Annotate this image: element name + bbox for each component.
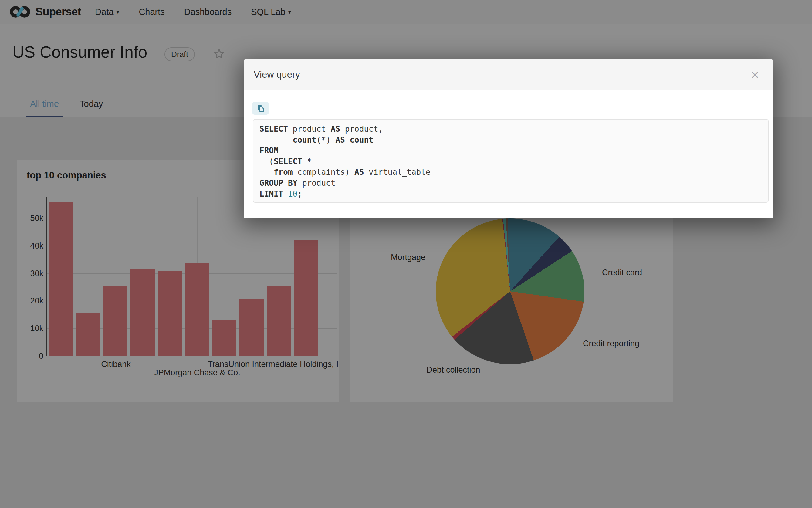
y-axis-tick-label: 0 — [16, 351, 43, 361]
nav-item-charts[interactable]: Charts — [139, 7, 165, 17]
top-navbar: Superset Data▾ChartsDashboardsSQL Lab▾ — [0, 0, 812, 24]
bar-2[interactable] — [76, 313, 100, 356]
y-axis-tick-label: 20k — [16, 296, 43, 306]
view-query-modal: View query ✕ SELECT product AS product, … — [244, 59, 773, 218]
gridline — [47, 246, 337, 246]
pie-slice-label-mortgage: Mortgage — [391, 253, 425, 262]
bar-chart-title: top 10 companies — [27, 170, 106, 181]
pie-slice-label-debt-collection: Debt collection — [426, 365, 480, 375]
bar-10[interactable] — [294, 240, 318, 356]
y-axis-tick-label: 10k — [16, 324, 43, 333]
bar-6[interactable] — [185, 263, 209, 356]
favorite-star-icon[interactable] — [213, 48, 225, 60]
chevron-down-icon: ▾ — [288, 9, 291, 15]
modal-title: View query — [254, 69, 300, 80]
draft-status-badge: Draft — [165, 47, 195, 61]
bar-chart-plot: 010k20k30k40k50kCitibankJPMorgan Chase &… — [46, 197, 337, 356]
sql-query-box: SELECT product AS product, count(*) AS c… — [253, 119, 769, 203]
superset-brand[interactable]: Superset — [8, 5, 81, 19]
bar-3[interactable] — [103, 286, 127, 356]
superset-dashboard-screen: Superset Data▾ChartsDashboardsSQL Lab▾ U… — [0, 0, 812, 508]
x-axis-tick-label: TransUnion Intermediate Holdings, I — [208, 359, 338, 369]
x-axis-tick-label: Citibank — [101, 359, 131, 369]
tab-today[interactable]: Today — [78, 91, 105, 118]
chevron-down-icon: ▾ — [116, 9, 119, 15]
modal-header: View query ✕ — [244, 59, 773, 90]
tab-all-time[interactable]: All time — [28, 91, 61, 118]
nav-item-sql-lab[interactable]: SQL Lab▾ — [251, 7, 291, 17]
close-icon[interactable]: ✕ — [748, 68, 762, 83]
bar-1[interactable] — [49, 202, 73, 356]
superset-logo-icon — [8, 5, 32, 19]
pie-slice-label-credit-card: Credit card — [602, 268, 642, 278]
time-range-tabs: All timeToday — [28, 91, 105, 118]
y-axis-tick-label: 50k — [16, 213, 43, 223]
bar-7[interactable] — [212, 320, 237, 356]
nav-item-data[interactable]: Data▾ — [95, 7, 119, 17]
brand-name: Superset — [36, 5, 81, 18]
pie-chart[interactable] — [436, 218, 585, 364]
page-title: US Consumer Info — [12, 42, 147, 61]
bar-8[interactable] — [240, 299, 264, 356]
y-axis-tick-label: 40k — [16, 241, 43, 250]
nav-item-dashboards[interactable]: Dashboards — [184, 7, 231, 17]
pie-slice-label-credit-reporting: Credit reporting — [583, 339, 639, 348]
x-axis-tick-label: JPMorgan Chase & Co. — [154, 368, 240, 378]
y-axis-tick-label: 30k — [16, 268, 43, 278]
bar-9[interactable] — [267, 286, 291, 356]
sql-query-text: SELECT product AS product, count(*) AS c… — [259, 124, 431, 199]
gridline — [47, 356, 337, 356]
nav-menu: Data▾ChartsDashboardsSQL Lab▾ — [95, 7, 291, 17]
copy-query-button[interactable] — [252, 102, 269, 115]
bar-4[interactable] — [130, 269, 155, 356]
copy-icon — [256, 104, 265, 113]
bar-5[interactable] — [158, 271, 182, 356]
